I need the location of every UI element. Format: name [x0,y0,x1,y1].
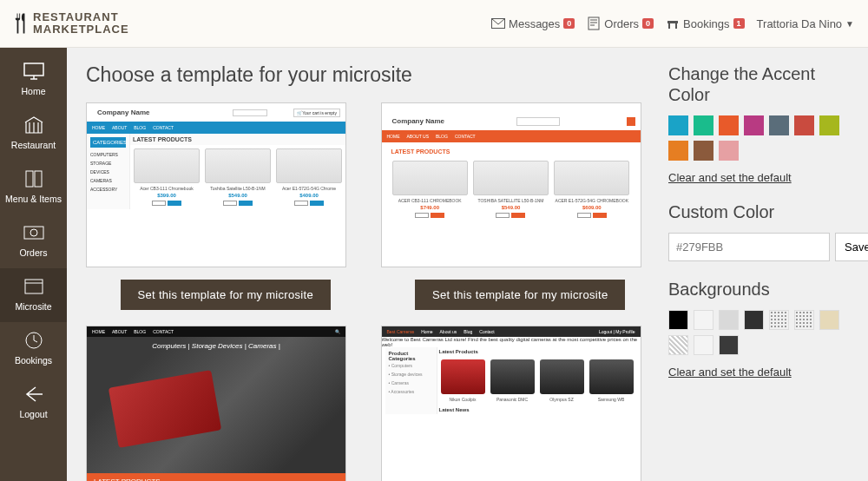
fork-icon [14,16,28,30]
template-card-2: Company Name HOMEABOUT USBLOGCONTACT LAT… [381,102,661,310]
svg-rect-1 [589,17,599,30]
bg-swatch[interactable] [819,310,839,330]
thumb-notice: Welcome to Best Cameras Ltd store! Find … [382,337,641,347]
accent-swatch[interactable] [744,115,764,135]
template-grid: Company Name🛒Your cart is empty HOMEABOU… [86,102,660,481]
sidebar-menu-label: Menu & Items [0,194,67,204]
bg-swatch[interactable] [744,310,764,330]
svg-rect-15 [25,280,43,293]
accent-swatch[interactable] [668,115,688,135]
messages-badge: 0 [563,18,575,29]
orders-badge: 0 [642,18,654,29]
svg-rect-6 [668,23,670,29]
sidebar-restaurant-label: Restaurant [0,140,67,150]
sidebar-bookings-label: Bookings [0,355,67,366]
accent-color-title: Change the Accent Color [668,63,851,105]
messages-label: Messages [509,17,560,30]
sidebar-item-bookings[interactable]: Bookings [0,322,67,376]
header: RESTAURANT MARKETPLACE Messages 0 Orders… [0,0,868,48]
sidebar-item-menu[interactable]: Menu & Items [0,161,67,214]
custom-color-title: Custom Color [668,201,851,222]
clock-icon [22,331,46,350]
svg-rect-13 [24,227,43,239]
main-content: Choose a template for your microsite Com… [67,48,868,481]
sidebar-orders-label: Orders [0,247,67,258]
bg-swatch[interactable] [719,335,739,355]
accent-swatch[interactable] [694,141,713,161]
accent-swatches [668,115,851,161]
accent-swatch[interactable] [794,115,814,135]
bg-swatch[interactable] [769,310,789,330]
sidebar-item-microsite[interactable]: Microsite [0,268,67,322]
set-template-button-1[interactable]: Set this template for my microsite [121,280,331,310]
background-swatches [668,310,851,355]
svg-rect-8 [24,63,43,76]
user-label: Trattoria Da Nino [757,17,843,30]
svg-point-14 [30,229,37,236]
receipt-icon [587,16,601,30]
clear-bg-link[interactable]: Clear and set the default [668,366,792,379]
page-title: Choose a template for your microsite [86,63,660,87]
backgrounds-title: Backgrounds [668,279,851,300]
template-card-4: Best CamerasHomeAbout usBlogContactLogou… [381,326,661,481]
book-icon [22,169,46,188]
template-thumb-2[interactable]: Company Name HOMEABOUT USBLOGCONTACT LAT… [381,102,641,267]
bookings-link[interactable]: Bookings 1 [666,16,745,30]
template-card-3: HOMEABOUTBLOGCONTACT🔍 Computers | Storag… [86,326,365,481]
accent-swatch[interactable] [668,141,688,161]
svg-rect-11 [26,171,33,187]
logout-icon [22,385,46,404]
sidebar-microsite-label: Microsite [0,301,67,312]
bg-swatch[interactable] [694,310,713,330]
save-color-button[interactable]: Save [835,233,868,261]
sidebar-item-orders[interactable]: Orders [0,214,67,268]
accent-swatch[interactable] [719,141,739,161]
svg-rect-5 [667,21,678,23]
monitor-icon [22,62,46,81]
accent-swatch[interactable] [819,115,839,135]
template-thumb-3[interactable]: HOMEABOUTBLOGCONTACT🔍 Computers | Storag… [86,326,346,481]
sidebar-home-label: Home [0,86,67,96]
bg-swatch[interactable] [719,310,739,330]
svg-rect-7 [675,23,677,29]
bg-swatch[interactable] [668,310,688,330]
sidebar-logout-label: Logout [0,409,67,419]
template-card-1: Company Name🛒Your cart is empty HOMEABOU… [86,102,365,310]
building-icon [22,115,46,135]
brand-logo[interactable]: RESTAURANT MARKETPLACE [14,11,129,36]
custom-color-input[interactable] [668,233,830,261]
sidebar-item-restaurant[interactable]: Restaurant [0,107,67,161]
orders-link[interactable]: Orders 0 [587,16,654,30]
sidebar-item-home[interactable]: Home [0,53,67,107]
messages-link[interactable]: Messages 0 [491,16,575,30]
thumb-company: Company Name [92,105,155,120]
thumb-nav: HOMEABOUT USBLOGCONTACT [382,130,641,142]
header-right: Messages 0 Orders 0 Bookings 1 Trattoria… [491,16,854,30]
accent-swatch[interactable] [769,115,789,135]
template-thumb-4[interactable]: Best CamerasHomeAbout usBlogContactLogou… [381,326,641,481]
svg-rect-12 [35,171,42,187]
thumb-company: Company Name [387,114,450,128]
brand-text: RESTAURANT MARKETPLACE [33,11,129,36]
sidebar: Home Restaurant Menu & Items Orders Micr… [0,48,67,481]
user-menu[interactable]: Trattoria Da Nino ▼ [757,17,854,30]
accent-swatch[interactable] [719,115,739,135]
bg-swatch[interactable] [668,335,688,355]
bg-swatch[interactable] [694,335,713,355]
accent-swatch[interactable] [694,115,713,135]
orders-label: Orders [604,17,639,30]
sidebar-item-logout[interactable]: Logout [0,376,67,430]
set-template-button-2[interactable]: Set this template for my microsite [415,280,625,310]
table-icon [666,16,680,30]
chevron-down-icon: ▼ [845,19,854,29]
envelope-icon [491,16,505,30]
template-thumb-1[interactable]: Company Name🛒Your cart is empty HOMEABOU… [86,102,346,267]
right-panel: Change the Accent Color Clear and set th… [668,63,859,481]
clear-accent-link[interactable]: Clear and set the default [668,171,792,184]
bookings-label: Bookings [683,17,729,30]
bookings-badge: 1 [733,18,745,29]
bg-swatch[interactable] [794,310,814,330]
money-icon [22,223,46,242]
thumb-nav: HOMEABOUT BLOGCONTACT [87,122,345,134]
window-icon [22,277,46,296]
